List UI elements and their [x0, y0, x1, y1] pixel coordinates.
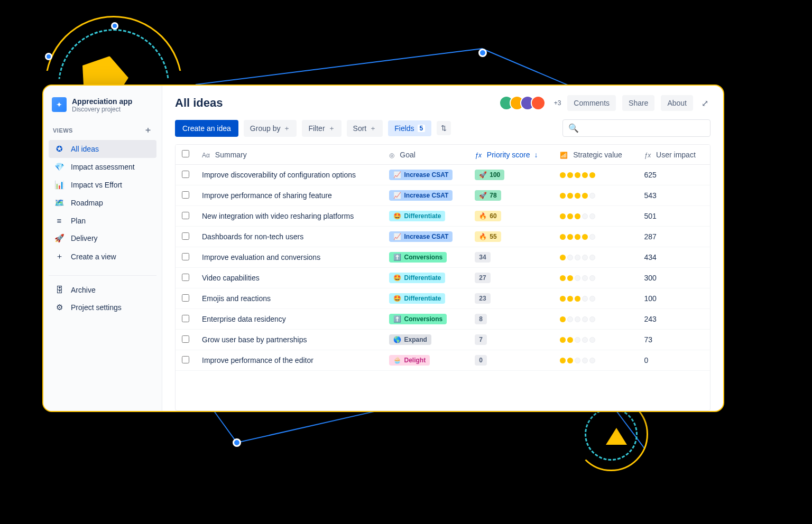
sidebar-item[interactable]: ≡Plan: [49, 212, 156, 229]
goal-tag[interactable]: 📈Increase CSAT: [389, 190, 453, 201]
priority-pill: 🔥55: [475, 231, 501, 242]
row-checkbox[interactable]: [182, 335, 189, 343]
col-summary-label: Summary: [215, 151, 247, 159]
sidebar-item[interactable]: 🚀Delivery: [49, 229, 156, 247]
swap-icon[interactable]: ⇅: [437, 121, 451, 135]
table-row[interactable]: Improve performance of the editor🧁Deligh…: [176, 350, 710, 371]
groupby-button[interactable]: Group by＋: [244, 120, 297, 137]
col-impact[interactable]: ƒx User impact: [638, 145, 710, 165]
sidebar-settings[interactable]: ⚙ Project settings: [49, 298, 156, 316]
goal-emoji-icon: 🤩: [393, 212, 401, 220]
sidebar-item[interactable]: 🗺️Roadmap: [49, 194, 156, 212]
cell-summary: Improve performance of sharing feature: [196, 185, 383, 206]
star-icon: [575, 358, 580, 363]
star-icon: [575, 193, 580, 199]
col-summary[interactable]: Aα Summary: [196, 145, 383, 165]
goal-tag[interactable]: ⬆️Conversions: [389, 252, 447, 263]
star-icon: [567, 255, 573, 260]
col-strategic-label: Strategic value: [573, 151, 622, 159]
table-row[interactable]: Video capabilities🤩Differentiate27300: [176, 268, 710, 288]
table-row[interactable]: Enterprise data residency⬆️Conversions82…: [176, 309, 710, 330]
star-icon: [567, 358, 573, 363]
select-all-checkbox[interactable]: [182, 150, 189, 157]
priority-emoji-icon: 🚀: [479, 171, 487, 179]
col-priority[interactable]: ƒx Priority score ↓: [468, 145, 553, 165]
row-checkbox[interactable]: [182, 212, 189, 219]
goal-tag[interactable]: ⬆️Conversions: [389, 314, 447, 324]
fields-button[interactable]: Fields 5: [388, 120, 431, 136]
goal-tag[interactable]: 🌎Expand: [389, 334, 431, 345]
row-checkbox[interactable]: [182, 191, 189, 199]
create-idea-button[interactable]: Create an idea: [175, 120, 238, 137]
app-window: ✦ Appreciation app Discovery project VIE…: [42, 85, 724, 412]
row-checkbox[interactable]: [182, 253, 189, 260]
table-row[interactable]: Improve performance of sharing feature📈I…: [176, 185, 710, 206]
goal-tag[interactable]: 🧁Delight: [389, 355, 430, 366]
row-checkbox[interactable]: [182, 356, 189, 363]
avatar-stack[interactable]: [499, 96, 546, 110]
cell-summary: Video capabilities: [196, 268, 383, 288]
filter-label: Filter: [308, 124, 325, 133]
row-checkbox[interactable]: [182, 294, 189, 302]
share-button[interactable]: Share: [622, 95, 654, 111]
comments-button[interactable]: Comments: [567, 95, 616, 111]
star-icon: [589, 213, 595, 219]
star-icon: [567, 337, 573, 343]
goal-tag[interactable]: 📈Increase CSAT: [389, 231, 453, 242]
sort-button[interactable]: Sort＋: [347, 120, 383, 137]
row-checkbox[interactable]: [182, 171, 189, 178]
priority-pill: 23: [475, 293, 490, 304]
strategic-stars: [560, 172, 631, 178]
sidebar-item[interactable]: 💎Impact assessment: [49, 158, 156, 176]
search-input[interactable]: [583, 124, 705, 133]
cell-summary: Enterprise data residency: [196, 309, 383, 330]
goal-emoji-icon: 🧁: [393, 357, 401, 364]
sort-desc-icon: ↓: [534, 151, 538, 159]
cell-impact: 243: [638, 309, 710, 330]
table-row[interactable]: Dashboards for non-tech users📈Increase C…: [176, 227, 710, 247]
sidebar-item[interactable]: ＋Create a view: [49, 247, 156, 266]
sidebar-item[interactable]: 📊Impact vs Effort: [49, 176, 156, 194]
strategic-stars: [560, 316, 631, 322]
row-checkbox[interactable]: [182, 232, 189, 240]
star-icon: [589, 296, 595, 302]
col-goal[interactable]: ◎ Goal: [383, 145, 468, 165]
goal-tag[interactable]: 🤩Differentiate: [389, 293, 445, 304]
table-row[interactable]: Grow user base by partnerships🌎Expand773: [176, 330, 710, 350]
about-button[interactable]: About: [661, 95, 693, 111]
goal-tag[interactable]: 📈Increase CSAT: [389, 170, 453, 180]
table-row[interactable]: New integration with video resharing pla…: [176, 206, 710, 227]
goal-tag[interactable]: 🤩Differentiate: [389, 211, 445, 221]
sidebar-item[interactable]: ✪All ideas: [49, 140, 156, 158]
row-checkbox[interactable]: [182, 274, 189, 281]
filter-button[interactable]: Filter＋: [302, 120, 341, 137]
table-row[interactable]: Improve discoverability of configuration…: [176, 165, 710, 185]
avatar[interactable]: [531, 96, 546, 110]
table-row[interactable]: Improve evaluation and conversions⬆️Conv…: [176, 247, 710, 268]
nav-label: All ideas: [71, 145, 99, 153]
add-view-icon[interactable]: ＋: [144, 125, 153, 136]
cell-summary: Improve discoverability of configuration…: [196, 165, 383, 185]
sidebar: ✦ Appreciation app Discovery project VIE…: [43, 86, 162, 411]
row-checkbox[interactable]: [182, 315, 189, 322]
search-box[interactable]: 🔍: [562, 119, 710, 137]
avatar-more[interactable]: +3: [554, 99, 561, 107]
nav-label: Impact vs Effort: [71, 181, 122, 189]
col-strategic[interactable]: 📶 Strategic value: [553, 145, 638, 165]
table-row[interactable]: Emojis and reactions🤩Differentiate23100: [176, 288, 710, 309]
star-icon: [575, 316, 580, 322]
star-icon: [567, 172, 573, 178]
goal-tag[interactable]: 🤩Differentiate: [389, 273, 445, 283]
cell-impact: 100: [638, 288, 710, 309]
expand-icon[interactable]: ⤢: [699, 96, 710, 110]
project-header[interactable]: ✦ Appreciation app Discovery project: [49, 95, 156, 123]
star-icon: [567, 275, 573, 281]
priority-pill: 7: [475, 334, 487, 345]
sidebar-archive[interactable]: 🗄 Archive: [49, 281, 156, 298]
deco-dot: [478, 49, 487, 57]
project-icon: ✦: [52, 97, 67, 112]
star-icon: [575, 213, 580, 219]
bar-icon: 📶: [560, 152, 568, 159]
cell-summary: Dashboards for non-tech users: [196, 227, 383, 247]
function-icon: ƒx: [475, 152, 482, 159]
